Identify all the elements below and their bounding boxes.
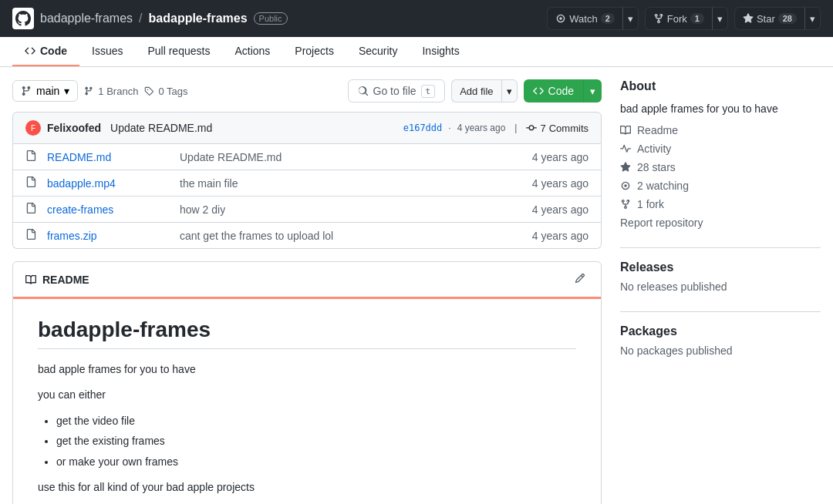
file-name-frameszip[interactable]: frames.zip <box>47 230 170 242</box>
code-button[interactable]: Code <box>524 79 583 102</box>
readme-title: README <box>25 274 89 286</box>
branch-name: main <box>36 85 59 97</box>
repo-slash: / <box>139 12 142 25</box>
file-desc-frameszip: cant get the frames to upload lol <box>180 230 523 242</box>
github-icon <box>12 8 34 29</box>
forks-link[interactable]: 1 fork <box>620 198 821 210</box>
file-row: create-frames how 2 diy 4 years ago <box>13 197 601 223</box>
repo-nav: Code Issues Pull requests Actions Projec… <box>0 37 833 67</box>
watching-link[interactable]: 2 watching <box>620 180 821 192</box>
readme-bullet-1: get the video file <box>56 412 576 429</box>
file-name-readme[interactable]: README.md <box>47 151 170 163</box>
file-desc-badapple: the main file <box>180 177 523 190</box>
file-icon <box>25 176 38 190</box>
repo-name: badapple-frames <box>149 12 248 25</box>
file-table: README.md Update README.md 4 years ago b… <box>12 144 602 249</box>
watch-button-group: Watch 2 ▾ <box>547 7 638 30</box>
file-date-readme: 4 years ago <box>532 151 588 163</box>
watch-button[interactable]: Watch 2 <box>547 7 622 30</box>
commit-separator: | <box>514 123 517 133</box>
file-name-createframes[interactable]: create-frames <box>47 203 170 216</box>
nav-pullrequests[interactable]: Pull requests <box>135 37 222 66</box>
commit-meta: e167ddd · 4 years ago | 7 Commits <box>403 123 588 134</box>
commit-bar: F Felixoofed Update README.md e167ddd · … <box>12 112 602 144</box>
public-badge: Public <box>254 12 288 25</box>
header-actions: Watch 2 ▾ Fork 1 ▾ Star 28 ▾ <box>547 7 821 30</box>
commits-link[interactable]: 7 Commits <box>526 123 588 134</box>
code-button-group: Code ▾ <box>524 79 602 102</box>
add-file-group: Add file ▾ <box>451 79 517 102</box>
file-row: badapple.mp4 the main file 4 years ago <box>13 170 601 197</box>
tag-count: 0 Tags <box>144 86 187 97</box>
packages-title: Packages <box>620 324 821 338</box>
about-description: bad apple frames for you to have <box>620 102 821 115</box>
fork-dropdown[interactable]: ▾ <box>712 7 728 30</box>
readme-label: README <box>42 274 89 286</box>
file-icon <box>25 203 38 216</box>
packages-divider <box>620 311 821 312</box>
packages-section: Packages No packages published <box>620 324 821 357</box>
report-link[interactable]: Report repository <box>620 217 821 229</box>
watch-dropdown[interactable]: ▾ <box>622 7 639 30</box>
readme-edit-icon[interactable] <box>572 270 588 289</box>
readme-body1: you can either <box>38 387 576 403</box>
nav-code[interactable]: Code <box>12 37 79 66</box>
watch-count: 2 <box>601 13 615 24</box>
readme-content: badapple-frames bad apple frames for you… <box>13 299 601 504</box>
star-dropdown[interactable]: ▾ <box>804 7 821 30</box>
add-file-button[interactable]: Add file <box>451 79 501 102</box>
nav-projects[interactable]: Projects <box>282 37 346 66</box>
about-section: About bad apple frames for you to have R… <box>620 79 821 229</box>
code-dropdown[interactable]: ▾ <box>583 79 602 102</box>
readme-repo-title: badapple-frames <box>38 318 576 349</box>
repo-owner-name[interactable]: badapple-frames <box>40 12 133 25</box>
no-releases: No releases published <box>620 281 821 293</box>
goto-file-button[interactable]: Go to file t <box>348 79 446 102</box>
releases-title: Releases <box>620 260 821 274</box>
commit-author-avatar: F <box>25 120 41 136</box>
file-row: frames.zip cant get the frames to upload… <box>13 223 601 248</box>
readme-body2: use this for all kind of your bad apple … <box>38 479 576 496</box>
sidebar: About bad apple frames for you to have R… <box>620 79 821 504</box>
commit-time: · <box>448 123 450 133</box>
nav-issues[interactable]: Issues <box>79 37 135 66</box>
readme-link[interactable]: Readme <box>620 124 821 136</box>
file-icon <box>25 229 38 242</box>
fork-button-group: Fork 1 ▾ <box>645 7 728 30</box>
commit-age: 4 years ago <box>457 123 506 133</box>
file-name-badapple[interactable]: badapple.mp4 <box>47 177 170 190</box>
goto-shortcut: t <box>421 85 436 98</box>
activity-link[interactable]: Activity <box>620 143 821 155</box>
readme-header: README <box>13 262 601 299</box>
file-desc-readme: Update README.md <box>180 151 523 163</box>
stars-link[interactable]: 28 stars <box>620 161 821 173</box>
sidebar-divider <box>620 247 821 248</box>
no-packages: No packages published <box>620 344 821 357</box>
readme-desc: bad apple frames for you to have <box>38 361 576 378</box>
nav-actions[interactable]: Actions <box>222 37 282 66</box>
readme-box: README badapple-frames bad apple frames … <box>12 261 602 504</box>
branch-selector[interactable]: main ▾ <box>12 80 78 102</box>
file-icon <box>25 150 38 163</box>
nav-security[interactable]: Security <box>346 37 410 66</box>
nav-insights[interactable]: Insights <box>410 37 471 66</box>
file-row: README.md Update README.md 4 years ago <box>13 144 601 170</box>
toolbar-right: Go to file t Add file ▾ Code ▾ <box>348 79 602 102</box>
main-container: main ▾ 1 Branch 0 Tags Go to file t <box>0 67 833 504</box>
repo-toolbar: main ▾ 1 Branch 0 Tags Go to file t <box>12 79 602 102</box>
readme-bullets: get the video file get the existing fram… <box>38 412 576 470</box>
readme-bullet-3: or make your own frames <box>56 453 576 470</box>
branch-count: 1 Branch <box>84 86 138 97</box>
add-file-dropdown[interactable]: ▾ <box>501 79 518 102</box>
star-count: 28 <box>778 13 797 24</box>
about-title: About <box>620 79 821 93</box>
commit-hash[interactable]: e167ddd <box>403 123 443 133</box>
commit-author[interactable]: Felixoofed <box>47 122 101 134</box>
fork-count: 1 <box>690 13 704 24</box>
file-date-badapple: 4 years ago <box>532 177 588 190</box>
file-desc-createframes: how 2 diy <box>180 203 523 216</box>
releases-section: Releases No releases published <box>620 260 821 293</box>
fork-button[interactable]: Fork 1 <box>645 7 712 30</box>
readme-bullet-2: get the existing frames <box>56 432 576 449</box>
star-button[interactable]: Star 28 <box>734 7 804 30</box>
